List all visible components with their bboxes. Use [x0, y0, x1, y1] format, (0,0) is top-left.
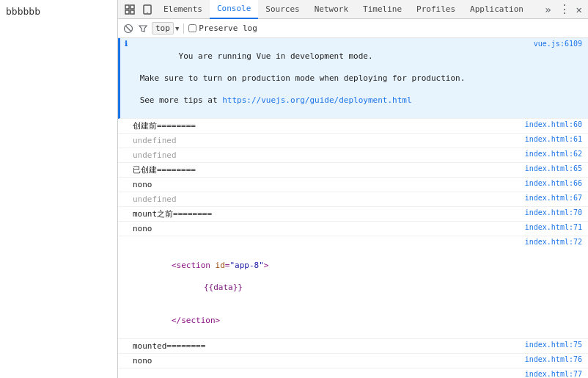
log-indicator-empty-65 [118, 164, 130, 164]
log-source-66[interactable]: index.html:66 [522, 178, 588, 187]
log-row-html1: <section id="app-8"> {{data}} </section>… [118, 236, 588, 339]
svg-rect-2 [125, 10, 129, 14]
svg-rect-1 [131, 5, 134, 9]
tab-profiles[interactable]: Profiles [409, 0, 463, 19]
log-indicator-empty-61 [118, 134, 130, 135]
log-row-chuangjianqian: 创建前======== index.html:60 [118, 119, 588, 134]
svg-line-7 [126, 26, 131, 31]
toolbar-divider [183, 23, 184, 34]
log-source-77[interactable]: index.html:77 [522, 369, 588, 378]
clear-console-icon[interactable] [122, 23, 134, 34]
log-source-vue6109[interactable]: vue.js:6109 [522, 39, 588, 48]
log-row-nono-76: nono index.html:76 [118, 354, 588, 368]
preserve-log-label: Preserve log [199, 23, 257, 33]
console-output: ℹ You are running Vue in development mod… [118, 38, 588, 378]
filter-dropdown-arrow[interactable]: ▼ [175, 25, 179, 32]
log-msg-html2: <section id="app-8"> aaaaa </section> [130, 369, 522, 378]
log-indicator-empty-75 [118, 340, 130, 341]
log-indicator-empty [118, 120, 130, 120]
page-panel: bbbbbb [0, 0, 117, 378]
log-indicator-empty-71 [118, 222, 130, 223]
info-icon: ℹ [120, 39, 132, 48]
log-indicator-empty-72 [118, 237, 130, 238]
log-source-76[interactable]: index.html:76 [522, 355, 588, 363]
log-msg-nono-66: nono [130, 178, 522, 191]
tab-application[interactable]: Application [463, 0, 531, 19]
log-row-mountzhiqian: mount之前======== index.html:70 [118, 207, 588, 222]
filter-icon[interactable] [137, 23, 149, 34]
log-source-71[interactable]: index.html:71 [522, 222, 588, 231]
log-source-61[interactable]: index.html:61 [522, 134, 588, 143]
log-indicator-empty-70 [118, 208, 130, 208]
log-source-75[interactable]: index.html:75 [522, 340, 588, 349]
preserve-log-checkbox[interactable] [188, 24, 196, 32]
log-indicator-empty-76 [118, 355, 130, 355]
preserve-log-checkbox-area[interactable]: Preserve log [188, 23, 257, 33]
page-content: bbbbbb [6, 6, 40, 17]
log-msg-undefined-61: undefined [130, 134, 522, 147]
menu-dots-icon[interactable]: ⋮ [556, 2, 573, 16]
log-msg-chuangjianqian: 创建前======== [130, 120, 522, 132]
device-icon[interactable] [139, 1, 156, 18]
log-msg-undefined-62: undefined [130, 149, 522, 161]
log-source-72[interactable]: index.html:72 [522, 237, 588, 246]
svg-rect-3 [131, 10, 134, 14]
svg-rect-0 [125, 5, 129, 9]
log-source-65[interactable]: index.html:65 [522, 164, 588, 172]
log-message-vue-dev: You are running Vue in development mode.… [132, 39, 522, 117]
tab-sources[interactable]: Sources [258, 0, 306, 19]
log-row-undefined-67: undefined index.html:67 [118, 192, 588, 207]
devtools-tabs: Elements Console Sources Network Timelin… [118, 0, 588, 19]
log-indicator-empty-66 [118, 178, 130, 179]
devtools-panel: Elements Console Sources Network Timelin… [117, 0, 588, 378]
log-row-vue-dev: ℹ You are running Vue in development mod… [118, 38, 588, 119]
log-source-70[interactable]: index.html:70 [522, 208, 588, 217]
log-row-undefined-62: undefined index.html:62 [118, 148, 588, 163]
svg-point-5 [147, 12, 147, 12]
log-msg-mountzhiqian: mount之前======== [130, 208, 522, 220]
log-row-nono-66: nono index.html:66 [118, 178, 588, 192]
filter-top-label[interactable]: top [152, 22, 174, 34]
log-indicator-empty-67 [118, 193, 130, 194]
console-toolbar: top ▼ Preserve log [118, 19, 588, 38]
more-tabs-icon[interactable]: » [540, 4, 555, 15]
tab-timeline[interactable]: Timeline [356, 0, 409, 19]
filter-input-area: top ▼ [152, 22, 179, 34]
tab-elements[interactable]: Elements [156, 0, 210, 19]
log-row-undefined-61: undefined index.html:61 [118, 134, 588, 148]
log-msg-html1: <section id="app-8"> {{data}} </section> [130, 237, 522, 338]
log-msg-nono-76: nono [130, 355, 522, 367]
tab-console[interactable]: Console [210, 0, 258, 19]
inspect-icon[interactable] [121, 1, 139, 18]
log-row-yichuangjian: 已创建======== index.html:65 [118, 163, 588, 178]
log-row-mounted: mounted======== index.html:75 [118, 339, 588, 354]
log-msg-undefined-67: undefined [130, 193, 522, 206]
log-source-60[interactable]: index.html:60 [522, 120, 588, 128]
log-row-html2: <section id="app-8"> aaaaa </section> in… [118, 368, 588, 378]
log-msg-mounted: mounted======== [130, 340, 522, 352]
tab-network[interactable]: Network [307, 0, 356, 19]
log-msg-yichuangjian: 已创建======== [130, 164, 522, 176]
log-msg-nono-71: nono [130, 222, 522, 235]
close-devtools-icon[interactable]: ✕ [573, 4, 585, 15]
log-indicator-empty-77 [118, 369, 130, 370]
log-source-62[interactable]: index.html:62 [522, 149, 588, 158]
log-row-nono-71: nono index.html:71 [118, 222, 588, 236]
log-source-67[interactable]: index.html:67 [522, 193, 588, 202]
log-indicator-empty-62 [118, 149, 130, 150]
